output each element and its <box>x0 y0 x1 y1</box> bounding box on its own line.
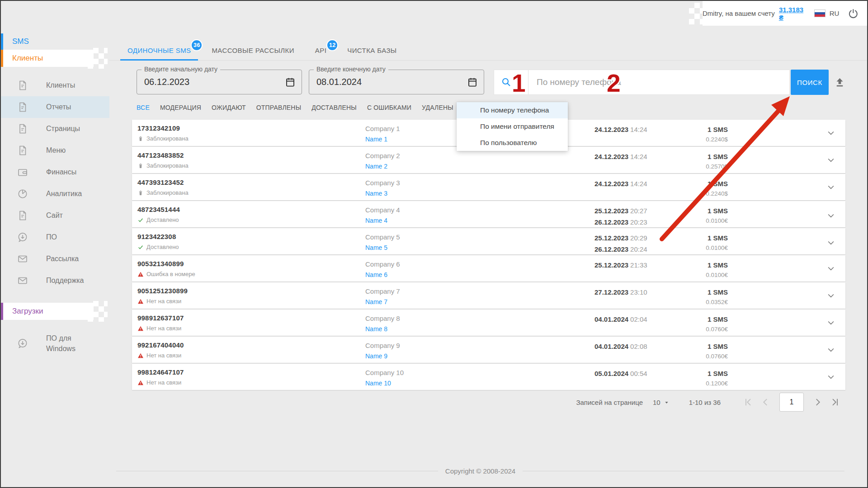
sidebar-item-clients[interactable]: Клиенты <box>1 75 109 96</box>
sidebar-item-analytics[interactable]: Аналитика <box>1 183 109 205</box>
table-row[interactable]: 905321340899 Ошибка в номере Company 6Na… <box>132 255 845 282</box>
time: 00:54 <box>630 370 647 377</box>
date: 25.12.2023 <box>594 234 628 242</box>
tab-badge: 36 <box>191 39 203 51</box>
sms-price: 0.1200€ <box>685 380 728 387</box>
company-label: Company 10 <box>365 369 594 376</box>
status-filter-errors[interactable]: С ОШИБКАМИ <box>367 104 411 111</box>
sender-name-link[interactable]: Name 9 <box>365 352 387 360</box>
upload-icon[interactable] <box>834 76 846 89</box>
chevron-down-icon[interactable] <box>826 155 835 164</box>
account-greeting: Dmitry, на вашем счету <box>703 9 775 17</box>
balance-link[interactable]: 31,3183 ₴ <box>779 6 808 21</box>
sidebar-item-site[interactable]: Сайт <box>1 205 109 226</box>
russian-flag-icon[interactable] <box>814 9 826 17</box>
search-input[interactable] <box>528 70 789 94</box>
date-from-input[interactable] <box>137 70 302 94</box>
search-button[interactable]: ПОИСК <box>791 70 829 95</box>
sender-name-link[interactable]: Name 1 <box>365 136 387 143</box>
date: 25.12.2023 <box>594 207 628 215</box>
search-bar <box>494 70 790 95</box>
date: 25.12.2023 <box>594 261 628 269</box>
status-filter-delivered[interactable]: ДОСТАВЛЕНЫ <box>311 104 357 111</box>
status-filter-moderation[interactable]: МОДЕРАЦИЯ <box>160 104 201 111</box>
tab-api[interactable]: API 12 <box>308 41 334 60</box>
sender-name-link[interactable]: Name 4 <box>365 217 387 224</box>
sidebar-item-mailing[interactable]: Рассылка <box>1 248 109 270</box>
previous-page-button[interactable] <box>757 397 774 407</box>
current-page-input[interactable]: 1 <box>779 393 804 412</box>
chevron-down-icon[interactable] <box>826 345 835 354</box>
chevron-down-icon[interactable] <box>826 128 835 137</box>
power-icon[interactable] <box>848 8 859 19</box>
pagination-bar: Записей на странице 10 1-10 из 36 1 <box>576 392 844 412</box>
sms-count: 1 SMS <box>685 315 728 323</box>
sender-name-link[interactable]: Name 6 <box>365 271 387 278</box>
sidebar-item-windows-software[interactable]: ПО для Windows <box>1 329 109 358</box>
status-filter-all[interactable]: ВСЕ <box>137 104 150 111</box>
date-from-field: Введите начальную дату <box>137 70 302 94</box>
first-page-button[interactable] <box>740 397 757 407</box>
sender-name-link[interactable]: Name 3 <box>365 190 387 197</box>
table-row[interactable]: 9123422308 Доставлено Company 5Name 5 25… <box>132 228 845 254</box>
header-account-panel: Dmitry, на вашем счету 31,3183 ₴ RU <box>703 1 867 26</box>
sms-count: 1 SMS <box>685 153 728 160</box>
sender-name-link[interactable]: Name 10 <box>365 380 391 387</box>
status-text: Заблокирована <box>146 135 189 142</box>
menu-item-by-sender[interactable]: По имени отправителя <box>457 118 568 135</box>
sender-name-link[interactable]: Name 8 <box>365 325 387 333</box>
chevron-down-icon[interactable] <box>826 264 835 273</box>
sidebar-section-sms[interactable]: SMS <box>1 33 94 50</box>
sidebar-item-finance[interactable]: Финансы <box>1 161 109 183</box>
trash-icon <box>137 136 144 142</box>
sidebar-item-pages[interactable]: Страницы <box>1 118 109 140</box>
tab-single-sms[interactable]: ОДИНОЧНЫЕ SMS 36 <box>120 41 198 60</box>
sidebar-item-software[interactable]: ПО <box>1 226 109 248</box>
sidebar-item-reports[interactable]: Отчеты <box>1 96 109 118</box>
sidebar-item-support[interactable]: Поддержка <box>1 270 109 291</box>
sidebar-item-menu[interactable]: Меню <box>1 140 109 161</box>
calendar-icon[interactable] <box>467 77 478 88</box>
table-row[interactable]: 447393123452 Заблокирована Company 3Name… <box>132 174 845 200</box>
trash-icon <box>137 190 144 196</box>
time: 02:08 <box>630 343 647 350</box>
menu-item-by-user[interactable]: По пользователю <box>457 135 568 151</box>
menu-item-by-phone[interactable]: По номеру телефона <box>457 102 568 118</box>
chevron-down-icon[interactable] <box>826 318 835 327</box>
table-row[interactable]: 998912637107 Нет на связи Company 8Name … <box>132 310 845 336</box>
company-label: Company 6 <box>365 260 594 268</box>
next-page-button[interactable] <box>809 397 826 407</box>
download-icon <box>17 338 28 349</box>
per-page-select[interactable]: 10 <box>653 399 670 406</box>
table-row[interactable]: 9051251230899 Нет на связи Company 7Name… <box>132 282 845 309</box>
date-to-input[interactable] <box>309 70 484 94</box>
tab-base-cleaning[interactable]: ЧИСТКА БАЗЫ <box>340 41 404 60</box>
date: 24.12.2023 <box>594 153 628 160</box>
chevron-down-icon[interactable] <box>826 211 835 220</box>
status-filter-deleted[interactable]: УДАЛЕНЫ <box>422 104 453 111</box>
status-filter-sent[interactable]: ОТПРАВЛЕНЫ <box>256 104 301 111</box>
sender-name-link[interactable]: Name 7 <box>365 298 387 305</box>
warning-icon <box>137 298 144 305</box>
sidebar-section-clients[interactable]: Клиенты <box>1 50 94 67</box>
language-label[interactable]: RU <box>830 9 840 17</box>
sidebar-section-downloads[interactable]: Загрузки <box>1 303 94 320</box>
sender-name-link[interactable]: Name 2 <box>365 163 387 170</box>
copyright-text: Copyright © 2008-2024 <box>445 467 515 475</box>
calendar-icon[interactable] <box>285 77 296 88</box>
chevron-down-icon[interactable] <box>826 183 835 192</box>
chevron-down-icon[interactable] <box>826 291 835 300</box>
sender-name-link[interactable]: Name 5 <box>365 244 387 251</box>
table-row[interactable]: 48723451444 Доставлено Company 4Name 4 2… <box>132 201 845 227</box>
tab-mass-mailings[interactable]: МАССОВЫЕ РАССЫЛКИ <box>204 41 301 60</box>
table-row[interactable]: 998124647107 Нет на связи Company 10Name… <box>132 364 845 390</box>
date: 05.01.2024 <box>594 370 628 377</box>
document-icon <box>17 210 28 221</box>
last-page-button[interactable] <box>826 397 844 407</box>
chevron-down-icon[interactable] <box>826 372 835 381</box>
status-filter-waiting[interactable]: ОЖИДАЮТ <box>212 104 246 111</box>
table-row[interactable]: 992167404040 Нет на связи Company 9Name … <box>132 337 845 363</box>
chevron-down-icon[interactable] <box>826 238 835 247</box>
wallet-icon <box>17 167 28 178</box>
sms-price: 0.2570$ <box>685 163 728 170</box>
